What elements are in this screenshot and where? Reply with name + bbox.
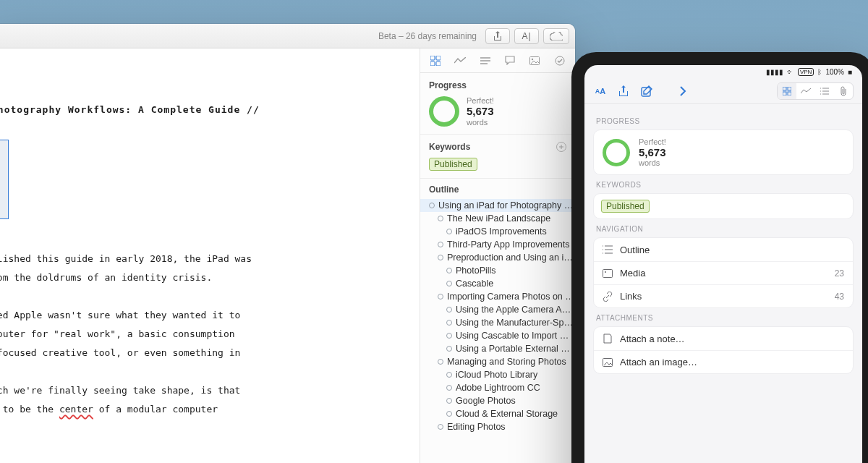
keyword-chip[interactable]: Published	[429, 158, 477, 171]
seg-list[interactable]	[815, 83, 834, 99]
inspector-panel: Progress Perfect! 5,673 words Keywords P…	[420, 48, 575, 463]
outline-item-label: Editing Photos	[447, 422, 506, 432]
battery-percentage: 100%	[825, 68, 844, 76]
outline-item[interactable]: Cascable	[420, 277, 575, 290]
outline-item[interactable]: Cloud & External Storage	[420, 407, 575, 420]
add-keyword-button[interactable]	[556, 142, 566, 152]
comment-icon	[505, 56, 515, 65]
outline-item-label: Cascable	[456, 279, 493, 289]
outline-item[interactable]: PhotoPills	[420, 264, 575, 277]
tab-analytics[interactable]	[454, 55, 466, 67]
outline-heading: Outline	[420, 184, 575, 199]
svg-point-6	[556, 56, 564, 65]
share-button[interactable]	[485, 28, 510, 44]
battery-icon: ■	[848, 68, 852, 76]
tab-paragraphs[interactable]	[480, 55, 491, 67]
outline-bullet-icon	[446, 372, 452, 378]
outline-item[interactable]: iPadOS Improvements	[420, 225, 575, 238]
attach-image-button[interactable]: Attach an image…	[594, 350, 853, 373]
vpn-indicator: VPN	[798, 68, 814, 76]
outline-item[interactable]: Third-Party App Improvements	[420, 238, 575, 251]
progress-heading: Progress	[429, 80, 467, 90]
outline-item-label: iPadOS Improvements	[456, 226, 547, 237]
tab-dashboard[interactable]	[430, 55, 441, 67]
view-mode-segmented[interactable]	[777, 82, 854, 100]
compose-icon	[641, 85, 652, 97]
word-count-unit: words	[639, 158, 666, 167]
progress-ring	[429, 96, 459, 127]
svg-rect-0	[430, 56, 435, 60]
outline-bullet-icon	[438, 255, 443, 260]
nav-media[interactable]: Media 23	[594, 261, 853, 284]
outline-item[interactable]: iCloud Photo Library	[420, 368, 575, 381]
outline-bullet-icon	[429, 203, 435, 208]
outline-item[interactable]: Using the Apple Camera Adapt…	[420, 303, 575, 316]
outline-bullet-icon	[438, 424, 443, 430]
outline-item[interactable]: Using the Manufacturer-Specifi…	[420, 316, 575, 329]
outline-item-label: Using an iPad for Photography Wor…	[438, 200, 575, 211]
outline-item[interactable]: The New iPad Landscape	[420, 212, 575, 225]
outline-bullet-icon	[446, 346, 452, 352]
outline-bullet-icon	[438, 294, 443, 300]
outline-item[interactable]: Google Photos	[420, 394, 575, 407]
outline-item[interactable]: Using an iPad for Photography Wor…	[420, 199, 575, 212]
keyword-chip[interactable]: Published	[601, 200, 650, 213]
seg-attachments[interactable]	[834, 83, 853, 99]
text-settings-button[interactable]: AA	[593, 84, 608, 98]
links-count: 43	[835, 292, 844, 302]
svg-rect-10	[783, 92, 786, 95]
compose-button[interactable]	[639, 84, 654, 98]
embedded-image-thumbnail[interactable]	[0, 140, 9, 219]
word-count: 5,673	[467, 105, 494, 117]
lines-icon	[480, 57, 490, 64]
progress-label: PROGRESS	[596, 117, 851, 125]
progress-ring	[603, 139, 630, 166]
outline-bullet-icon	[446, 333, 452, 339]
seg-analytics[interactable]	[796, 83, 815, 99]
share-icon	[618, 85, 629, 97]
outline-item[interactable]: Using Cascable to Import Wirel…	[420, 329, 575, 342]
outline-item[interactable]: Importing Camera Photos on an i…	[420, 290, 575, 303]
grid-icon	[430, 56, 441, 66]
cloud-button[interactable]	[543, 28, 569, 44]
outline-item[interactable]: Managing and Storing Photos	[420, 355, 575, 368]
keywords-card[interactable]: Published	[593, 193, 854, 219]
body-paragraph: med Apple wasn't sure what they wanted i…	[0, 306, 408, 362]
svg-rect-9	[788, 87, 791, 90]
editor-area[interactable]: Photography Workflows: A Complete Guide …	[0, 48, 420, 463]
body-paragraph: ich we're finally seeing take shape, is …	[0, 381, 408, 419]
progress-status: Perfect!	[639, 137, 666, 146]
tab-images[interactable]	[529, 55, 540, 67]
text-style-button[interactable]: A|	[514, 28, 539, 44]
tab-tasks[interactable]	[554, 55, 566, 67]
text-style-icon: A|	[522, 31, 531, 41]
attachments-card: Attach a note… Attach an image…	[593, 326, 854, 374]
forward-button[interactable]	[676, 84, 690, 98]
outline-item-label: Using the Apple Camera Adapt…	[456, 305, 575, 315]
chevron-right-icon	[680, 86, 686, 96]
image-icon	[603, 268, 613, 279]
outline-item[interactable]: Adobe Lightroom CC	[420, 381, 575, 394]
analytics-icon	[454, 57, 466, 64]
nav-links[interactable]: Links 43	[594, 284, 853, 307]
share-button[interactable]	[616, 84, 631, 98]
spelling-error[interactable]: center	[59, 404, 93, 415]
note-icon	[603, 334, 613, 344]
outline-item[interactable]: Editing Photos	[420, 420, 575, 433]
list-icon	[820, 88, 829, 95]
outline-item-label: Adobe Lightroom CC	[456, 383, 540, 393]
outline-item-label: iCloud Photo Library	[456, 370, 537, 380]
word-count: 5,673	[639, 146, 666, 158]
attach-note-button[interactable]: Attach a note…	[594, 327, 853, 350]
outline-item[interactable]: Using a Portable External Drive	[420, 342, 575, 355]
outline-item-label: Google Photos	[456, 396, 516, 406]
outline-item[interactable]: Preproduction and Using an iPad…	[420, 251, 575, 264]
outline-section: Outline Using an iPad for Photography Wo…	[420, 179, 575, 463]
progress-card[interactable]: Perfect! 5,673 words	[593, 129, 854, 175]
signal-icon: ▮▮▮▮	[766, 68, 783, 76]
seg-dashboard[interactable]	[778, 83, 796, 99]
tab-comments[interactable]	[504, 55, 516, 67]
word-count-unit: words	[467, 118, 494, 127]
progress-status: Perfect!	[467, 96, 494, 105]
nav-outline[interactable]: Outline	[594, 238, 853, 261]
